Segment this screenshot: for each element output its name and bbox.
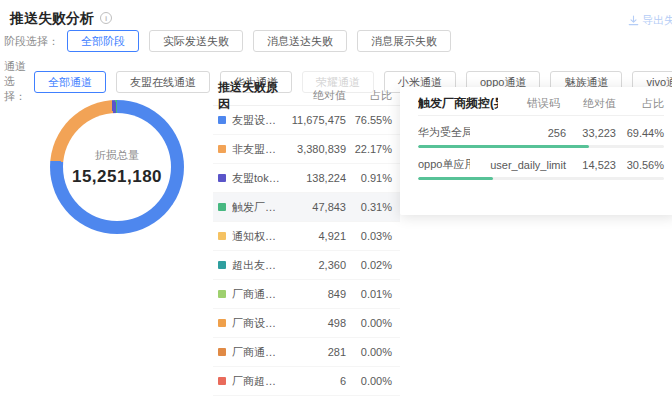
reason-col-header: 推送失败原因	[218, 79, 284, 113]
breakdown-row-oppo-daily-limit: oppo单应用单设备频率限制 user_daily_limit 14,523 3…	[418, 157, 664, 180]
freq-control-breakdown-card: 触发厂商频控(异步返回)的细分... 错误码 绝对值 占比 华为受全局营销消息频…	[400, 87, 672, 215]
stage-filter-all[interactable]: 全部阶段	[67, 30, 139, 52]
stage-filter-delivery-fail[interactable]: 消息送达失败	[253, 30, 347, 52]
legend-swatch	[218, 116, 226, 124]
donut-center-label: 折损总量	[95, 148, 139, 163]
reason-row-vendor-token-invalid[interactable]: 厂商通道token失效/卸载 281 0.00%	[213, 338, 400, 367]
error-code-col-header: 错误码	[498, 96, 560, 111]
legend-swatch	[218, 348, 226, 356]
legend-swatch	[218, 377, 226, 385]
progress-bar-track	[418, 177, 664, 180]
legend-swatch	[218, 319, 226, 327]
stage-filter-display-fail[interactable]: 消息展示失败	[357, 30, 451, 52]
pct-col-header: 占比	[616, 96, 664, 111]
donut-center: 折损总量 15,251,180	[50, 100, 184, 234]
progress-bar-track	[418, 145, 664, 148]
failure-reason-table: 推送失败原因 绝对值 占比 友盟设备未注册 11,675,475 76.55% …	[213, 86, 400, 396]
failure-reason-table-header: 推送失败原因 绝对值 占比	[213, 86, 400, 106]
reason-row-vendor-overfreq-sync[interactable]: 厂商超频(同步返回) 6 0.00%	[213, 367, 400, 396]
push-failure-analysis-page: 推送失败分析i 导出失败明细 阶段选择： 全部阶段 实际发送失败 消息送达失败 …	[0, 0, 672, 400]
reason-row-device-inactive[interactable]: 厂商设备不活跃/休眠 498 0.00%	[213, 309, 400, 338]
page-title-text: 推送失败分析	[10, 10, 94, 26]
breakdown-row-huawei-global-freq: 华为受全局营销消息频次限制 256 33,223 69.44%	[418, 125, 664, 148]
info-icon[interactable]: i	[100, 12, 112, 24]
breakdown-header: 触发厂商频控(异步返回)的细分... 错误码 绝对值 占比	[418, 96, 664, 116]
legend-swatch	[218, 290, 226, 298]
legend-swatch	[218, 232, 226, 240]
reason-row-token-invalid[interactable]: 友盟token失效 138,224 0.91%	[213, 164, 400, 193]
breakdown-title: 触发厂商频控(异步返回)的细分...	[418, 95, 498, 112]
reason-row-vendor-freq-control[interactable]: 触发厂商频控(异步返回) 47,843 0.31%	[213, 193, 400, 222]
legend-swatch	[218, 261, 226, 269]
reason-row-notify-permission-off[interactable]: 通知权限关闭 4,921 0.03%	[213, 222, 400, 251]
channel-filter-label: 通道选择：	[4, 59, 26, 104]
page-title: 推送失败分析i	[10, 10, 112, 28]
legend-swatch	[218, 174, 226, 182]
reason-row-vendor-delivery-other[interactable]: 厂商通道送达失败其他原因 849 0.01%	[213, 280, 400, 309]
channel-filter-all[interactable]: 全部通道	[34, 71, 106, 93]
export-link-label: 导出失败明细	[642, 13, 672, 28]
loss-donut-chart: 折损总量 15,251,180	[50, 100, 184, 234]
stage-filter-send-fail[interactable]: 实际发送失败	[149, 30, 243, 52]
donut-center-value: 15,251,180	[72, 167, 162, 187]
abs-value-col-header: 绝对值	[560, 96, 616, 111]
value-col-header: 绝对值	[284, 88, 346, 103]
pct-col-header: 占比	[346, 88, 392, 103]
legend-swatch	[218, 203, 226, 211]
legend-swatch	[218, 145, 226, 153]
stage-filter-label: 阶段选择：	[4, 34, 59, 49]
export-link[interactable]: 导出失败明细	[628, 13, 672, 28]
reason-row-non-umeng-device[interactable]: 非友盟设备 3,380,839 22.17%	[213, 135, 400, 164]
progress-bar-fill	[418, 177, 493, 180]
download-icon	[628, 15, 639, 26]
reason-row-umeng-limit-exceeded[interactable]: 超出友盟管控限制 2,360 0.02%	[213, 251, 400, 280]
progress-bar-fill	[418, 145, 589, 148]
stage-filter-row: 阶段选择： 全部阶段 实际发送失败 消息送达失败 消息展示失败	[4, 30, 461, 52]
channel-filter-umeng[interactable]: 友盟在线通道	[116, 71, 210, 93]
